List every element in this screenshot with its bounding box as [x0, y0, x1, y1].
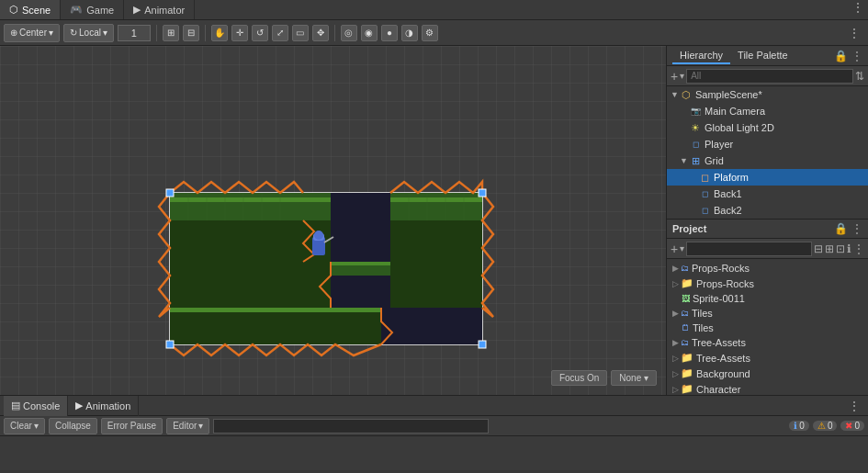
- snap-icon[interactable]: ⊟: [183, 25, 199, 41]
- hierarchy-tree: ▼ ⬡ SampleScene* 📷 Main Camera ☀ Global …: [667, 86, 868, 219]
- scene-arrow-icon: ▼: [671, 90, 680, 99]
- props-rocks2-icon: 📁: [681, 277, 693, 289]
- editor-chevron-icon: ▾: [198, 421, 203, 431]
- project-more-icon[interactable]: ⋮: [851, 222, 862, 235]
- project-add-chevron-icon[interactable]: ▾: [680, 243, 684, 253]
- toolbar-more-button[interactable]: ⋮: [844, 26, 864, 40]
- proj-props-rocks-1[interactable]: ▶ 🗂 Props-Rocks: [667, 261, 868, 276]
- toolbar-separator-3: [334, 25, 335, 41]
- tiles1-icon: 🗂: [681, 309, 689, 318]
- proj-tiles-2[interactable]: 🗒 Tiles: [667, 321, 868, 335]
- local-icon: ↻: [70, 28, 77, 38]
- tab-animation[interactable]: ▶ Animation: [68, 396, 139, 416]
- proj-props-rocks-2[interactable]: ▷ 📁 Props-Rocks: [667, 276, 868, 291]
- hierarchy-global-light[interactable]: ☀ Global Light 2D: [667, 119, 868, 136]
- center-button[interactable]: ⊕ Center ▾: [4, 24, 60, 42]
- tab-hierarchy[interactable]: Hierarchy: [672, 48, 730, 64]
- render-icon[interactable]: ◑: [401, 25, 418, 41]
- console-output: [0, 436, 868, 473]
- tree-assets1-icon: 🗂: [681, 338, 689, 347]
- hand-tool-icon[interactable]: ✋: [211, 25, 228, 41]
- camera-icon: 📷: [689, 105, 702, 118]
- grid-arrow-icon: ▼: [680, 156, 689, 165]
- hierarchy-player[interactable]: ◻ Player: [667, 136, 868, 152]
- project-more-btn[interactable]: ⋮: [853, 242, 864, 255]
- proj-background[interactable]: ▷ 📁 Background: [667, 366, 868, 381]
- console-search-input[interactable]: [213, 419, 489, 434]
- focus-on-button[interactable]: Focus On: [551, 370, 607, 386]
- hierarchy-add-icon[interactable]: +: [671, 69, 678, 84]
- hierarchy-platform[interactable]: ◻ Plaform: [667, 169, 868, 186]
- light-icon: ☀: [689, 121, 702, 134]
- error-pause-button[interactable]: Error Pause: [101, 418, 163, 434]
- none-chevron-icon: ▾: [644, 373, 648, 383]
- proj-tiles-1[interactable]: ▶ 🗂 Tiles: [667, 306, 868, 321]
- background-icon: 📁: [681, 367, 693, 379]
- badge-warning: ⚠ 0: [813, 421, 838, 431]
- clear-button[interactable]: Clear ▾: [4, 418, 45, 434]
- project-search-input[interactable]: [686, 242, 812, 256]
- tabs-more-button[interactable]: ⋮: [848, 0, 868, 19]
- tree-assets2-arrow-icon: ▷: [672, 354, 679, 363]
- none-dropdown[interactable]: None ▾: [611, 370, 657, 386]
- local-button[interactable]: ↻ Local ▾: [63, 24, 114, 42]
- collapse-button[interactable]: Collapse: [49, 418, 97, 434]
- scene-viewport[interactable]: Focus On None ▾: [0, 46, 666, 395]
- hierarchy-more-icon[interactable]: ⋮: [851, 50, 862, 62]
- console-toolbar: Clear ▾ Collapse Error Pause Editor ▾ ℹ …: [0, 416, 868, 436]
- hierarchy-search-input[interactable]: [686, 69, 853, 84]
- light-icon[interactable]: ●: [381, 25, 398, 41]
- scale-tool-icon[interactable]: ⤢: [272, 25, 288, 41]
- pivot-toggle-icon[interactable]: ◎: [341, 25, 357, 41]
- hierarchy-back1[interactable]: ◻ Back1: [667, 186, 868, 202]
- proj-tree-assets-1[interactable]: ▶ 🗂 Tree-Assets: [667, 335, 868, 350]
- grid-icon[interactable]: ⊞: [163, 25, 179, 41]
- project-sort-icon[interactable]: ⊞: [825, 242, 834, 255]
- svg-rect-28: [479, 189, 486, 197]
- hierarchy-lock-icon[interactable]: 🔒: [834, 50, 848, 62]
- clear-chevron-icon: ▾: [34, 421, 39, 431]
- proj-character[interactable]: ▷ 📁 Character: [667, 381, 868, 395]
- proj-tree-assets-2[interactable]: ▷ 📁 Tree-Assets: [667, 350, 868, 366]
- hierarchy-sort-icon[interactable]: ⇅: [855, 70, 864, 83]
- hierarchy-grid[interactable]: ▼ ⊞ Grid: [667, 152, 868, 169]
- rect-tool-icon[interactable]: ▭: [292, 25, 309, 41]
- back2-icon: ◻: [698, 204, 711, 217]
- global-toggle-icon[interactable]: ◉: [361, 25, 378, 41]
- project-view-icon[interactable]: ⊡: [836, 242, 845, 255]
- hierarchy-back2[interactable]: ◻ Back2: [667, 202, 868, 219]
- editor-dropdown[interactable]: Editor ▾: [166, 418, 209, 434]
- hierarchy-main-camera[interactable]: 📷 Main Camera: [667, 103, 868, 119]
- transform-tool-icon[interactable]: ✥: [312, 25, 329, 41]
- svg-rect-10: [170, 312, 381, 344]
- props-rocks2-arrow-icon: ▷: [672, 279, 679, 288]
- tree-assets2-icon: 📁: [681, 352, 693, 364]
- player-icon: ◻: [689, 138, 702, 151]
- tab-game[interactable]: 🎮 Game: [61, 0, 124, 19]
- tiles1-arrow-icon: ▶: [672, 309, 679, 318]
- props-rocks1-icon: 🗂: [681, 264, 689, 273]
- proj-sprite-0011[interactable]: 🖼 Sprite-0011: [667, 291, 868, 306]
- svg-rect-5: [390, 197, 482, 202]
- project-filter-icon[interactable]: ⊟: [814, 242, 823, 255]
- grid-obj-icon: ⊞: [689, 154, 702, 167]
- move-tool-icon[interactable]: ✛: [231, 25, 248, 41]
- project-info-icon[interactable]: ℹ: [847, 242, 851, 255]
- project-lock-icon[interactable]: 🔒: [834, 222, 848, 235]
- animator-icon: ▶: [133, 4, 141, 16]
- fx-icon[interactable]: ⚙: [422, 25, 438, 41]
- bottom-tabs-more-button[interactable]: ⋮: [844, 399, 864, 413]
- animation-icon: ▶: [75, 400, 83, 411]
- rotate-tool-icon[interactable]: ↺: [252, 25, 268, 41]
- badge-error: ✖ 0: [840, 421, 864, 431]
- project-add-icon[interactable]: +: [671, 242, 678, 256]
- tab-console[interactable]: ▤ Console: [4, 396, 68, 416]
- toolbar-number-input[interactable]: [118, 25, 151, 41]
- scene-root[interactable]: ▼ ⬡ SampleScene*: [667, 86, 868, 103]
- character-arrow-icon: ▷: [672, 385, 679, 394]
- hierarchy-down-icon[interactable]: ▾: [680, 71, 684, 81]
- tab-tile-palette[interactable]: Tile Palette: [730, 48, 795, 64]
- focus-on-bar: Focus On None ▾: [551, 370, 657, 386]
- tab-animator[interactable]: ▶ Animator: [124, 0, 195, 19]
- tab-scene[interactable]: ⬡ Scene: [0, 0, 61, 19]
